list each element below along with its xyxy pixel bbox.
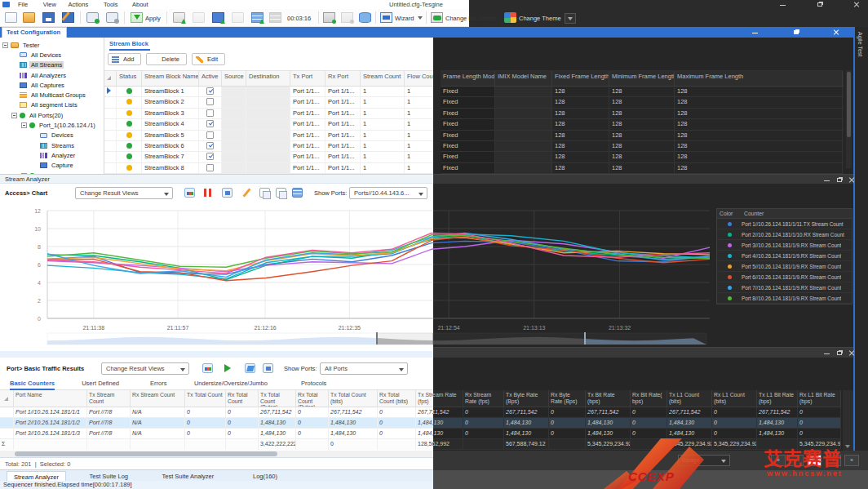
col-header[interactable]: Tx Total Count bbox=[185, 390, 226, 407]
export-icon[interactable] bbox=[222, 188, 232, 198]
change-result-views-dropdown[interactable]: Change Result Views bbox=[75, 187, 173, 199]
page-size-dropdown[interactable]: 0/page bbox=[678, 455, 730, 466]
col-header[interactable]: Stream Block Name bbox=[142, 71, 199, 86]
stream-block-row[interactable]: StreamBlock 6Port 1/1...Port 1/1...11 bbox=[104, 141, 433, 152]
results-row[interactable]: Port 1//10.26.124.181/1/1Port //7/8N/A00… bbox=[433, 407, 843, 418]
active-checkbox[interactable] bbox=[206, 120, 214, 127]
change-theme-icon[interactable] bbox=[504, 12, 516, 23]
server-sync-off-icon[interactable] bbox=[341, 12, 353, 23]
close-icon[interactable] bbox=[852, 1, 861, 8]
tab-test-configuration[interactable]: Test Configuration bbox=[2, 27, 67, 38]
results-row[interactable]: Port 1//10.26.124.181/1/1Port //7/8N/A00… bbox=[0, 407, 433, 418]
copy-all-icon[interactable] bbox=[276, 188, 286, 198]
stop-traffic-icon[interactable] bbox=[193, 12, 205, 23]
col-header[interactable]: Tx Stream Count bbox=[87, 390, 131, 407]
tab-stream-block[interactable]: Stream Block bbox=[109, 40, 150, 51]
close-icon[interactable] bbox=[848, 349, 856, 357]
tree-item-all-streams[interactable]: All Streams bbox=[0, 60, 104, 70]
col-header[interactable]: Tx Total Count (Bytes) bbox=[259, 390, 296, 407]
col-header[interactable]: Frame Length Mode bbox=[441, 71, 495, 86]
stream-block-row-dark[interactable]: Fixed128128128 bbox=[441, 97, 844, 108]
results-row[interactable]: Port 2//10.26.124.181/1/2Port //7/8N/A00… bbox=[433, 418, 843, 429]
tree-item-analyzer[interactable]: Analyzer bbox=[0, 150, 104, 160]
results-row[interactable]: Port 3//10.26.124.181/1/3Port //7/8N/A00… bbox=[0, 429, 433, 439]
stream-block-row[interactable]: StreamBlock 8Port 1/1...Port 1/1...11 bbox=[104, 163, 433, 174]
open-file-icon[interactable] bbox=[23, 12, 35, 23]
stream-block-row-dark[interactable]: Fixed128128128 bbox=[441, 141, 844, 152]
legend-row[interactable]: Port 2//10.26.124.181/1/10.RX Stream Cou… bbox=[717, 229, 852, 240]
tree-item-all-ports-20-[interactable]: All Ports(20) bbox=[0, 110, 104, 120]
prev-page-button[interactable]: ‹ bbox=[789, 455, 804, 466]
col-header[interactable]: Tx Stream Rate (fps) bbox=[416, 390, 433, 407]
stream-block-row-dark[interactable]: Fixed128128128 bbox=[441, 119, 844, 130]
edit-icon[interactable] bbox=[241, 188, 252, 198]
col-header[interactable]: Source bbox=[222, 71, 246, 86]
expander-icon[interactable] bbox=[21, 122, 27, 128]
col-header[interactable]: Rx Byte Rate (Bps) bbox=[549, 390, 586, 407]
chart-icon[interactable] bbox=[202, 363, 213, 373]
tree-item-all-multicast-groups[interactable]: All Multicast Groups bbox=[0, 90, 104, 100]
col-header[interactable]: Flow Count bbox=[405, 71, 433, 86]
copy-icon[interactable] bbox=[259, 188, 270, 198]
tree-item-streams[interactable]: Streams bbox=[0, 140, 104, 150]
stream-block-row-dark[interactable]: Fixed128128128 bbox=[441, 163, 844, 174]
panel-minimize-icon[interactable] bbox=[751, 29, 760, 36]
theme-dropdown[interactable] bbox=[565, 13, 576, 24]
save-icon[interactable] bbox=[42, 12, 55, 23]
stop-analyzer-icon[interactable] bbox=[269, 12, 281, 23]
stream-block-row[interactable]: StreamBlock 4Port 1/1...Port 1/1...11 bbox=[104, 119, 433, 130]
clear-icon[interactable] bbox=[245, 363, 255, 373]
panel-restore-icon[interactable] bbox=[792, 29, 800, 36]
restore-icon[interactable] bbox=[835, 349, 844, 357]
menu-tools[interactable]: Tools bbox=[104, 1, 118, 8]
tree-item-all-captures[interactable]: All Captures bbox=[0, 80, 104, 90]
change-theme-label[interactable]: Change Theme bbox=[519, 15, 561, 22]
apply-label[interactable]: Apply bbox=[145, 15, 161, 22]
col-header[interactable]: IMIX Model Name bbox=[495, 71, 552, 86]
col-header[interactable]: Minimum Frame Length bbox=[609, 71, 675, 86]
results-row[interactable]: Port 3//10.26.124.181/1/3Port //7/8N/A00… bbox=[433, 429, 843, 439]
legend-row[interactable]: Port 8//10.26.124.181/1/9.RX Stream Coun… bbox=[717, 293, 852, 304]
tree-item-devices[interactable]: Devices bbox=[0, 131, 104, 140]
pause-icon[interactable] bbox=[202, 188, 213, 198]
add-button[interactable]: Add bbox=[108, 53, 141, 65]
change-bs-server-label[interactable]: Change BS Server bbox=[445, 15, 497, 22]
change-result-views-dropdown[interactable]: Change Result Views bbox=[101, 362, 189, 375]
export-icon[interactable] bbox=[263, 363, 273, 373]
wizard-label[interactable]: Wizard bbox=[395, 15, 414, 22]
col-header[interactable]: Fixed Frame Length bbox=[552, 71, 609, 86]
legend-row[interactable]: Port 7//10.26.124.181/1/9.RX Stream Coun… bbox=[717, 282, 852, 293]
col-header[interactable]: Tx L1 Count (bits) bbox=[667, 390, 712, 407]
tab-protocols[interactable]: Protocols bbox=[301, 380, 326, 389]
tree-item-tester[interactable]: Tester bbox=[0, 40, 104, 50]
stream-block-row[interactable]: StreamBlock 3Port 1/1...Port 1/1...11 bbox=[104, 109, 433, 119]
stream-block-row[interactable]: StreamBlock 2Port 1/1...Port 1/1...11 bbox=[104, 97, 433, 108]
restore-icon[interactable] bbox=[835, 176, 844, 184]
col-header[interactable]: Rx Total Count bbox=[226, 390, 259, 407]
menu-file[interactable]: File bbox=[18, 1, 28, 8]
col-header[interactable]: Tx Bit Rate (bps) bbox=[586, 390, 631, 407]
grid-icon[interactable] bbox=[292, 188, 303, 198]
minimize-icon[interactable] bbox=[779, 1, 787, 8]
delete-button[interactable]: Delete bbox=[146, 53, 187, 65]
col-header[interactable]: Maximum Frame Length bbox=[675, 71, 843, 86]
stream-block-row-dark[interactable]: Fixed128128128 bbox=[441, 87, 844, 97]
tab-undersize-oversize-jumbo[interactable]: Undersize/Oversize/Jumbo bbox=[194, 380, 268, 389]
stream-block-row[interactable]: StreamBlock 1Port 1/1...Port 1/1...11 bbox=[104, 87, 433, 97]
active-checkbox[interactable] bbox=[206, 164, 214, 171]
stream-block-row-dark[interactable]: Fixed128128128 bbox=[441, 131, 844, 141]
close-icon[interactable] bbox=[848, 176, 856, 184]
col-header[interactable]: Tx L1 Bit Rate (bps) bbox=[757, 390, 798, 407]
col-header[interactable]: Tx Byte Rate (Bps) bbox=[504, 390, 549, 407]
stream-block-row-dark[interactable]: Fixed128128128 bbox=[441, 152, 844, 162]
active-checkbox[interactable] bbox=[206, 98, 214, 105]
page-input[interactable]: 1 bbox=[807, 455, 822, 466]
active-checkbox[interactable] bbox=[206, 109, 214, 117]
stream-block-row-dark[interactable]: Fixed128128128 bbox=[441, 109, 844, 119]
stream-analyzer-panel-header[interactable]: Stream Analyzer bbox=[0, 174, 433, 184]
apply-icon[interactable] bbox=[131, 12, 143, 23]
col-header[interactable]: Active bbox=[199, 71, 222, 86]
col-header[interactable]: Tx Stream Rate (fps) bbox=[433, 390, 463, 407]
results-row[interactable]: Port 2//10.26.124.181/1/2Port //7/8N/A00… bbox=[0, 418, 433, 429]
stop-capture-icon[interactable] bbox=[232, 12, 244, 23]
